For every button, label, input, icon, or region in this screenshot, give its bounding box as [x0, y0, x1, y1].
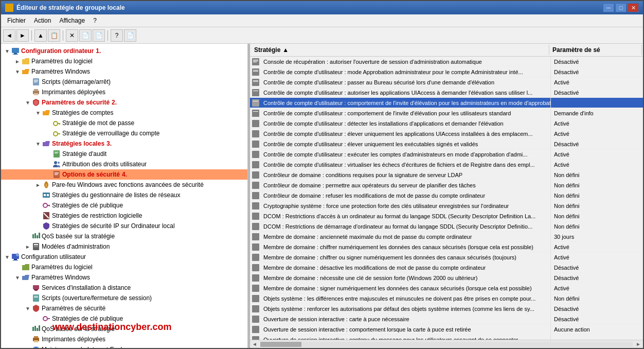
svg-rect-86 [252, 182, 259, 189]
policy-row[interactable]: Objets système : les différences entre m… [250, 293, 643, 304]
policy-row[interactable]: DCOM : Restrictions d'accès à un ordinat… [250, 211, 643, 221]
policy-row[interactable]: Contrôleur de domaine : permettre aux op… [250, 180, 643, 190]
policy-row[interactable]: Objets système : renforcer les autorisat… [250, 304, 643, 314]
tree-item-modeles[interactable]: ► Modèles d'administration [1, 241, 247, 252]
tree-item-imprimantes[interactable]: Imprimantes déployées [1, 87, 247, 97]
toggle-icon[interactable]: ▼ [24, 304, 32, 312]
svg-rect-94 [252, 264, 259, 271]
svg-rect-91 [252, 233, 259, 240]
policy-row[interactable]: Ouverture de session interactive : carte… [250, 314, 643, 324]
toggle-icon[interactable]: ► [24, 242, 32, 251]
tree-item-qos[interactable]: QoS basée sur la stratégie [1, 231, 247, 241]
toggle-icon[interactable]: ▼ [34, 139, 42, 148]
tree-item-ipsec[interactable]: Stratégies de sécurité IP sur Ordinateur… [1, 221, 247, 231]
policy-row[interactable]: Contrôle de compte d'utilisateur : détec… [250, 118, 643, 129]
tree-item-options-securite[interactable]: Options de sécurité 4. [1, 169, 247, 180]
policy-row[interactable]: Contrôleur de domaine : refuser les modi… [250, 190, 643, 201]
policy-value: Aucune action [550, 324, 643, 334]
policy-row[interactable]: Ouverture de session interactive : conte… [250, 335, 643, 340]
tree-item-param-securite[interactable]: ▼ Paramètres de sécurité 2. [1, 97, 247, 108]
tree-item-param-secu-util[interactable]: ▼ Paramètres de sécurité [1, 303, 247, 313]
tree-item-scripts-session[interactable]: Scripts (ouverture/fermeture de session) [1, 293, 247, 303]
policy-name: Contrôle de compte d'utilisateur : compo… [261, 108, 550, 118]
policy-row[interactable]: DCOM : Restrictions de démarrage d'ordin… [250, 221, 643, 232]
tree-item-strat-comptes[interactable]: ▼ Stratégies de comptes [1, 108, 247, 118]
toggle-icon[interactable]: ► [13, 57, 22, 65]
tree-item-scripts-demarrage[interactable]: Scripts (démarrage/arrêt) [1, 77, 247, 87]
policy-row[interactable]: Membre de domaine : ancienneté maximale … [250, 232, 643, 242]
policy-row[interactable]: Membre de domaine : chiffrer numériqueme… [250, 242, 643, 252]
tree-item-strat-locales[interactable]: ▼ Stratégies locales 3. [1, 138, 247, 149]
tree-item-listes[interactable]: Stratégies du gestionnaire de listes de … [1, 190, 247, 200]
maximize-button[interactable]: □ [615, 3, 627, 12]
menu-fichier[interactable]: Fichier [3, 15, 30, 26]
view-button[interactable]: 📄 [124, 29, 136, 42]
svg-rect-37 [34, 244, 38, 245]
tree-item-imprimantes-util[interactable]: Imprimantes déployées [1, 334, 247, 344]
tree-item-droits-util[interactable]: Attribution des droits utilisateur [1, 159, 247, 169]
properties-button[interactable]: 📄 [79, 29, 92, 42]
policy-row[interactable]: Contrôleur de domaine : conditions requi… [250, 170, 643, 180]
menu-action[interactable]: Action [30, 15, 55, 26]
tree-item-cle-pub[interactable]: Stratégies de clé publique [1, 200, 247, 211]
tree-label: Modèles d'administration [42, 243, 110, 250]
delete-button[interactable]: ✕ [66, 29, 78, 42]
tree-label: Stratégies de restriction logicielle [52, 212, 142, 219]
scroll-track[interactable] [260, 342, 633, 347]
policy-row[interactable]: Ouverture de session interactive : compo… [250, 324, 643, 335]
policy-row[interactable]: Contrôle de compte d'utilisateur : virtu… [250, 160, 643, 170]
tree-item-services[interactable]: Services d'installation à distance [1, 283, 247, 293]
toggle-icon[interactable]: ▼ [13, 273, 22, 282]
forward-button[interactable]: ► [16, 29, 29, 42]
policy-row[interactable]: Membre de domaine : nécessite une clé de… [250, 273, 643, 283]
tree-item-config-util[interactable]: ▼ Configuration utilisateur [1, 252, 247, 262]
tree-view[interactable]: ▼ Configuration ordinateur 1. ► [1, 44, 247, 348]
toggle-icon[interactable]: ▼ [3, 253, 11, 261]
minimize-button[interactable]: ─ [603, 3, 614, 12]
svg-rect-75 [253, 91, 258, 91]
tree-item-param-win-util[interactable]: ▼ Paramètres Windows [1, 272, 247, 283]
policy-row[interactable]: Contrôle de compte d'utilisateur : passe… [250, 77, 643, 88]
policy-row[interactable]: Contrôle de compte d'utilisateur : autor… [250, 88, 643, 98]
menu-aide[interactable]: ? [89, 15, 101, 26]
policy-row[interactable]: Contrôle de compte d'utilisateur : éleve… [250, 129, 643, 139]
help-button[interactable]: ? [111, 29, 123, 42]
policy-row[interactable]: Membre de domaine : signer numériquement… [250, 283, 643, 293]
tree-item-config-ordinateur[interactable]: ▼ Configuration ordinateur 1. [1, 46, 247, 56]
policy-row[interactable]: Contrôle de compte d'utilisateur : exécu… [250, 149, 643, 160]
copy-button[interactable]: 📋 [48, 29, 60, 42]
menu-affichage[interactable]: Affichage [55, 15, 89, 26]
tree-item-audit[interactable]: Stratégie d'audit [1, 149, 247, 159]
policy-row[interactable]: Console de récupération : autoriser l'ou… [250, 57, 643, 67]
policy-row[interactable]: Contrôle de compte d'utilisateur : mode … [250, 67, 643, 77]
tree-item-verrouillage[interactable]: Stratégie de verrouillage du compte [1, 128, 247, 138]
back-button[interactable]: ◄ [3, 29, 15, 42]
policy-row-highlighted[interactable]: Contrôle de compte d'utilisateur : compo… [250, 98, 643, 108]
policy-row[interactable]: Contrôle de compte d'utilisateur : compo… [250, 108, 643, 118]
policy-row[interactable]: Membre de domaine : chiffrer ou signer n… [250, 252, 643, 263]
horizontal-scrollbar[interactable]: ◄ ► [250, 340, 643, 348]
policy-row[interactable]: Membre de domaine : désactive les modifi… [250, 263, 643, 273]
policy-row[interactable]: Contrôle de compte d'utilisateur : éleve… [250, 139, 643, 149]
policy-list[interactable]: Console de récupération : autoriser l'ou… [250, 57, 643, 340]
close-button[interactable]: ✕ [628, 3, 639, 12]
export-button[interactable]: 📄 [93, 29, 105, 42]
toggle-icon[interactable]: ► [34, 181, 42, 189]
tree-item-ie[interactable]: Maintenance de Internet Explorer [1, 344, 247, 348]
policy-row[interactable]: Cryptographie système : force une protec… [250, 201, 643, 211]
up-button[interactable]: ▲ [34, 29, 47, 42]
tree-item-param-logiciel-util[interactable]: Paramètres du logiciel [1, 262, 247, 272]
toggle-icon[interactable]: ▼ [13, 67, 22, 76]
tree-item-restrict[interactable]: Stratégies de restriction logicielle [1, 211, 247, 221]
col-header-strategie[interactable]: Stratégie ▲ [251, 45, 549, 55]
toggle-icon[interactable]: ▼ [24, 98, 32, 107]
tree-item-motpasse[interactable]: Stratégie de mot de passe [1, 118, 247, 128]
scroll-thumb[interactable] [260, 342, 301, 347]
toggle-icon[interactable]: ▼ [3, 47, 11, 55]
tree-item-param-logiciel[interactable]: ► Paramètres du logiciel [1, 56, 247, 66]
col-header-parametre[interactable]: Paramètre de sé [549, 45, 642, 55]
policy-icon-cell [250, 98, 261, 108]
toggle-icon[interactable]: ▼ [34, 109, 42, 117]
tree-item-param-windows[interactable]: ▼ Paramètres Windows [1, 66, 247, 77]
tree-item-pare-feu[interactable]: ► Pare-feu Windows avec fonctions avancé… [1, 180, 247, 190]
